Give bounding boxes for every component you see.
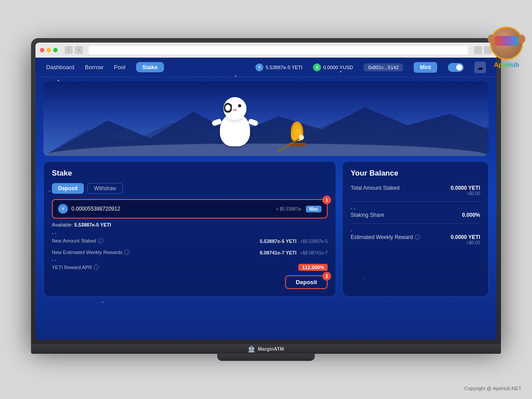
total-staked-label: Total Amount Staked: [351, 185, 399, 191]
wallet-address[interactable]: 0x801c...5142: [364, 63, 403, 71]
nav-item-dashboard[interactable]: Dashboard: [46, 64, 74, 70]
main-panels: Stake Deposit Withdraw Y 0.0000553887209…: [43, 161, 489, 297]
address-bar[interactable]: [89, 46, 468, 55]
theme-toggle[interactable]: [448, 63, 464, 72]
traffic-light-red[interactable]: [40, 48, 44, 52]
usd-equiv: ≈ $5.53887e-: [276, 207, 302, 211]
apr-row: YETI Reward APR i 112.500%: [52, 264, 328, 271]
new-staked-sub: ≈$5.53887e-5: [300, 239, 328, 244]
mint-button[interactable]: Mint: [414, 62, 437, 73]
staking-share-row: Staking Share 0.000%: [351, 212, 480, 224]
staking-share-label: Staking Share: [351, 212, 384, 218]
back-btn[interactable]: ‹: [65, 46, 73, 54]
weekly-rewards-value: 8.08741e-7 YETI: [260, 250, 297, 255]
total-staked-value: 0.0000 YETI: [451, 185, 481, 191]
margin-atm-logo-icon: 🏦: [248, 346, 255, 352]
apr-info-icon: i: [94, 265, 99, 270]
yusd-balance: $ 0.0000 YUSD: [313, 63, 353, 71]
token-icon: Y: [58, 204, 68, 214]
margin-atm-label: MarginATM: [258, 346, 284, 352]
weekly-reward-sub: ≈$0.00: [451, 240, 481, 245]
browser-bar: ‹ ›: [35, 43, 497, 58]
traffic-light-green[interactable]: [53, 48, 58, 52]
apehub-logo: ApeHub: [490, 27, 523, 68]
stake-tabs: Deposit Withdraw: [52, 183, 328, 194]
weekly-rewards-info-icon: i: [124, 250, 129, 255]
screen-bezel: ‹ ›: [35, 43, 497, 340]
weekly-rewards-label: New Estimated Weekly Rewards: [52, 250, 122, 255]
forward-btn[interactable]: ›: [75, 46, 83, 54]
new-staked-value: 5.53887e-5 YETI: [260, 239, 297, 244]
yeti-character: [220, 113, 250, 146]
staking-share-value: 0.000%: [462, 212, 480, 218]
step-1-badge: 1: [322, 196, 331, 204]
step-2-badge: 2: [322, 272, 331, 281]
laptop-bottom-bar: 🏦 MarginATM: [31, 344, 501, 354]
nav-item-borrow[interactable]: Borrow: [85, 64, 103, 70]
weekly-reward-value: 0.0000 YETI: [451, 234, 481, 240]
yusd-coin-icon: $: [313, 63, 321, 71]
total-staked-row: Total Amount Staked 0.0000 YETI ≈$0.00: [351, 185, 480, 202]
apehub-text: ApeHub: [490, 61, 523, 68]
weekly-reward-row: Estimated Weekly Reward i 0.0000 YETI ≈$…: [351, 234, 480, 245]
deposit-button[interactable]: Deposit: [285, 275, 328, 289]
penguin-character: [224, 103, 233, 114]
stake-panel: Stake Deposit Withdraw Y 0.0000553887209…: [43, 161, 336, 297]
weekly-rewards-row: New Estimated Weekly Rewards i 8.08741e-…: [52, 248, 328, 256]
amount-input-wrapper: Y 0.000055388720912 ≈ $5.53887e- Max 1: [52, 199, 328, 219]
main-nav: Dashboard Borrow Pool Stake Y 5.53887e-5…: [35, 58, 497, 77]
hero-banner: [43, 82, 489, 156]
stake-panel-title: Stake: [52, 169, 328, 178]
weekly-rewards-sub: ≈$8.08741e-7: [300, 250, 328, 255]
laptop-stand: [217, 354, 315, 361]
balance-panel: Your Balance Total Amount Staked 0.0000 …: [342, 161, 489, 297]
weekly-reward-label: Estimated Weekly Reward: [351, 234, 413, 240]
max-button[interactable]: Max: [306, 206, 321, 212]
yeti-balance: Y 5.53887e-5 YETI: [255, 63, 302, 71]
apr-label: YETI Reward APR: [52, 265, 92, 270]
new-staked-label: New Amount Staked: [52, 238, 96, 243]
withdraw-tab[interactable]: Withdraw: [87, 183, 123, 194]
laptop-outer: ‹ ›: [31, 38, 501, 344]
app-content: Dashboard Borrow Pool Stake Y 5.53887e-5…: [35, 58, 497, 340]
total-staked-sub: ≈$0.00: [451, 191, 481, 196]
nav-item-stake[interactable]: Stake: [136, 62, 164, 72]
cloud-icon[interactable]: ☁: [474, 62, 486, 73]
traffic-light-yellow[interactable]: [47, 48, 51, 52]
deposit-tab[interactable]: Deposit: [52, 183, 84, 194]
browser-share-icon[interactable]: [474, 46, 482, 54]
amount-input-box[interactable]: Y 0.000055388720912 ≈ $5.53887e- Max: [52, 199, 328, 219]
weekly-reward-info-icon: i: [415, 235, 420, 240]
nav-item-pool[interactable]: Pool: [114, 64, 125, 70]
balance-panel-title: Your Balance: [351, 169, 480, 178]
apr-value-badge: 112.500%: [298, 264, 328, 271]
yeti-coin-icon: Y: [255, 63, 263, 71]
available-balance: Available: 5.53887e-5 YETI: [52, 222, 328, 227]
new-staked-row: New Amount Staked i 5.53887e-5 YETI ≈$5.…: [52, 237, 328, 245]
amount-value: 0.000055388720912: [71, 206, 273, 212]
new-staked-info-icon: i: [98, 238, 103, 243]
copyright-text: Copyright @ ApeHub.NET: [464, 386, 521, 391]
